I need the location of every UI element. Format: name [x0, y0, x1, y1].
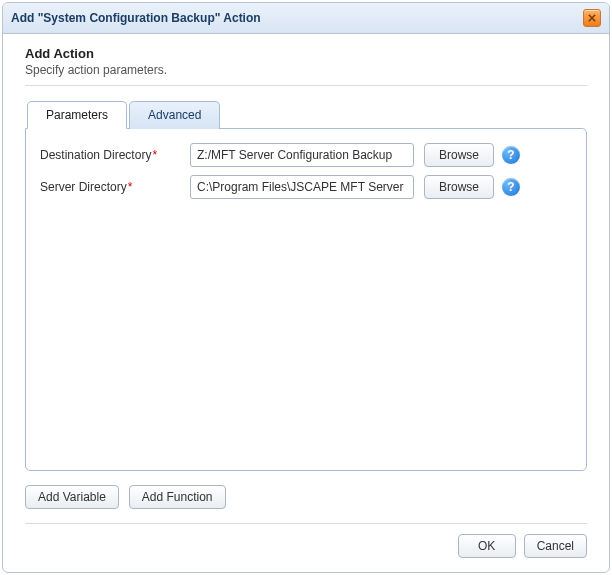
- destination-directory-input[interactable]: [190, 143, 414, 167]
- required-marker: *: [152, 148, 157, 162]
- section-subtitle: Specify action parameters.: [25, 63, 587, 77]
- tabstrip: Parameters Advanced: [27, 100, 587, 128]
- cancel-button[interactable]: Cancel: [524, 534, 587, 558]
- label-destination-directory-text: Destination Directory: [40, 148, 151, 162]
- footer-right: OK Cancel: [25, 534, 587, 558]
- divider-top: [25, 85, 587, 86]
- row-server-directory: Server Directory* Browse ?: [40, 175, 572, 199]
- label-server-directory-text: Server Directory: [40, 180, 127, 194]
- divider-bottom: [25, 523, 587, 524]
- row-destination-directory: Destination Directory* Browse ?: [40, 143, 572, 167]
- close-button[interactable]: [583, 9, 601, 27]
- dialog-title: Add "System Configuration Backup" Action: [11, 11, 261, 25]
- label-destination-directory: Destination Directory*: [40, 148, 190, 162]
- titlebar: Add "System Configuration Backup" Action: [3, 3, 609, 34]
- browse-server-button[interactable]: Browse: [424, 175, 494, 199]
- label-server-directory: Server Directory*: [40, 180, 190, 194]
- section-title: Add Action: [25, 46, 587, 61]
- required-marker: *: [128, 180, 133, 194]
- footer-left: Add Variable Add Function: [25, 485, 587, 509]
- add-variable-button[interactable]: Add Variable: [25, 485, 119, 509]
- add-function-button[interactable]: Add Function: [129, 485, 226, 509]
- server-directory-input[interactable]: [190, 175, 414, 199]
- tabs-container: Parameters Advanced Destination Director…: [25, 100, 587, 471]
- tab-advanced[interactable]: Advanced: [129, 101, 220, 129]
- close-icon: [588, 14, 596, 22]
- browse-destination-button[interactable]: Browse: [424, 143, 494, 167]
- dialog-body: Add Action Specify action parameters. Pa…: [3, 34, 609, 572]
- ok-button[interactable]: OK: [458, 534, 516, 558]
- help-icon[interactable]: ?: [502, 178, 520, 196]
- dialog: Add "System Configuration Backup" Action…: [2, 2, 610, 573]
- tabpanel-parameters: Destination Directory* Browse ? Server D…: [25, 128, 587, 471]
- tab-parameters[interactable]: Parameters: [27, 101, 127, 129]
- help-icon[interactable]: ?: [502, 146, 520, 164]
